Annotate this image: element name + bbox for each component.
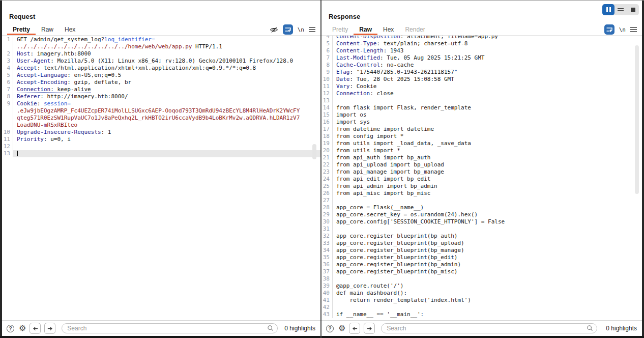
code-line: 33app_core.register_blueprint(bp_upload) bbox=[321, 240, 642, 247]
code-line: 24from api_edit import bp_edit bbox=[321, 176, 642, 183]
code-line[interactable]: 7Connection: keep-alive bbox=[2, 86, 320, 93]
code-line[interactable]: 2Host: imagery.htb:8000 bbox=[2, 50, 320, 58]
rows-layout-button[interactable] bbox=[614, 4, 627, 15]
code-line[interactable]: 6Accept-Encoding: gzip, deflate, br bbox=[2, 79, 320, 86]
stop-button[interactable] bbox=[627, 4, 639, 15]
code-text[interactable]: qteg571R0EzSW1RupVaUC7o1Jv8aPeQxhq2L_rkH… bbox=[13, 115, 320, 122]
line-number: 3 bbox=[2, 58, 13, 65]
editor-menu-icon[interactable] bbox=[309, 26, 315, 33]
tab-pretty[interactable]: Pretty bbox=[7, 24, 36, 35]
code-text[interactable]: Accept-Encoding: gzip, deflate, br bbox=[13, 79, 320, 86]
code-line[interactable]: 4Accept: text/html,application/xhtml+xml… bbox=[2, 65, 320, 72]
code-line: 42 bbox=[321, 304, 642, 311]
code-line[interactable]: 13 bbox=[2, 150, 320, 157]
tab-hex[interactable]: Hex bbox=[377, 24, 399, 35]
code-text[interactable]: Host: imagery.htb:8000 bbox=[13, 50, 320, 58]
help-icon[interactable]: ? bbox=[7, 325, 14, 332]
code-text[interactable]: Connection: keep-alive bbox=[13, 86, 320, 93]
code-line[interactable]: 8Referer: http://imagery.htb:8000/ bbox=[2, 93, 320, 100]
line-number bbox=[2, 43, 13, 50]
search-settings-gear-icon[interactable]: ⚙ bbox=[19, 324, 26, 332]
code-line[interactable]: 1GET /admin/get_system_log?log_identifie… bbox=[2, 36, 320, 43]
code-line: 28app_core = Flask(__name__) bbox=[321, 204, 642, 211]
next-match-button[interactable] bbox=[44, 323, 55, 334]
show-newlines-icon[interactable]: \n bbox=[619, 26, 626, 33]
help-icon[interactable]: ? bbox=[326, 325, 334, 332]
line-number: 16 bbox=[321, 119, 333, 126]
code-text[interactable]: Accept: text/html,application/xhtml+xml,… bbox=[13, 65, 320, 72]
request-search-input[interactable] bbox=[62, 323, 278, 333]
next-match-button[interactable] bbox=[364, 323, 375, 334]
line-number: 7 bbox=[2, 86, 13, 93]
code-text[interactable]: User-Agent: Mozilla/5.0 (X11; Linux x86_… bbox=[13, 58, 320, 65]
line-number: 23 bbox=[321, 168, 333, 176]
search-settings-gear-icon[interactable]: ⚙ bbox=[338, 324, 345, 332]
line-number: 37 bbox=[321, 268, 333, 275]
line-number: 43 bbox=[321, 311, 333, 318]
line-number: 11 bbox=[321, 83, 333, 90]
code-line[interactable]: .eJw9jbEOgzAMRP_Fc4UEZcpER74iMolLLSUGxc6… bbox=[2, 107, 320, 115]
request-editor[interactable]: 1GET /admin/get_system_log?log_identifie… bbox=[2, 36, 320, 321]
code-text[interactable]: GET /admin/get_system_log?log_identifier… bbox=[13, 36, 320, 43]
show-newlines-icon[interactable]: \n bbox=[298, 26, 304, 33]
code-line[interactable]: 9Cookie: session= bbox=[2, 100, 320, 107]
code-text: app_core.config['SESSION_COOKIE_HTTPONLY… bbox=[333, 218, 642, 226]
editor-menu-icon[interactable] bbox=[630, 26, 637, 33]
code-text: from api_edit import bp_edit bbox=[333, 176, 642, 183]
code-line[interactable]: 12 bbox=[2, 143, 320, 150]
code-text[interactable]: LoadDNU-mRSxRBIteo bbox=[13, 122, 320, 129]
tab-raw[interactable]: Raw bbox=[36, 24, 59, 35]
request-scrollbar-thumb[interactable] bbox=[312, 144, 316, 159]
code-text[interactable]: Accept-Language: en-US,en;q=0.5 bbox=[13, 72, 320, 79]
response-editor-icons: \n bbox=[604, 24, 637, 35]
code-line: 30app_core.config['SESSION_COOKIE_HTTPON… bbox=[321, 218, 642, 226]
code-text: import sys bbox=[333, 119, 642, 126]
code-text[interactable]: Referer: http://imagery.htb:8000/ bbox=[13, 93, 320, 100]
response-editor[interactable]: 4Content-Disposition: attachment; filena… bbox=[321, 36, 642, 321]
code-text[interactable]: Priority: u=0, i bbox=[13, 136, 320, 143]
code-line[interactable]: 11Priority: u=0, i bbox=[2, 136, 320, 143]
code-line: 14from flask import Flask, render_templa… bbox=[321, 104, 642, 111]
hide-eye-slash-icon[interactable] bbox=[270, 25, 278, 34]
line-number: 6 bbox=[321, 47, 333, 54]
code-text[interactable] bbox=[13, 143, 320, 150]
code-text bbox=[333, 197, 642, 204]
line-number: 19 bbox=[321, 140, 333, 147]
code-text[interactable]: Cookie: session= bbox=[13, 100, 320, 107]
code-text: from api_auth import bp_auth bbox=[333, 154, 642, 161]
tab-raw[interactable]: Raw bbox=[354, 24, 377, 35]
code-line[interactable]: 5Accept-Language: en-US,en;q=0.5 bbox=[2, 72, 320, 79]
response-tabbar: PrettyRawHexRender \n bbox=[321, 24, 642, 36]
code-line[interactable]: LoadDNU-mRSxRBIteo bbox=[2, 122, 320, 129]
code-text[interactable]: .eJw9jbEOgzAMRP_Fc4UEZcpER74iMolLLSUGxc6… bbox=[13, 107, 320, 115]
line-number: 40 bbox=[321, 290, 333, 297]
code-text[interactable] bbox=[13, 150, 320, 157]
response-search-input[interactable] bbox=[381, 323, 597, 333]
previous-match-button[interactable] bbox=[30, 323, 41, 334]
code-text[interactable]: ../../../../../../../../../../../home/we… bbox=[13, 43, 320, 50]
tab-pretty: Pretty bbox=[327, 24, 354, 35]
code-text[interactable]: Upgrade-Insecure-Requests: 1 bbox=[13, 129, 320, 136]
line-number: 20 bbox=[321, 147, 333, 154]
layout-controls bbox=[602, 4, 639, 15]
code-line: 13 bbox=[321, 97, 642, 104]
code-text: Cache-Control: no-cache bbox=[333, 62, 642, 69]
word-wrap-toggle-button[interactable] bbox=[604, 24, 614, 35]
code-line[interactable]: qteg571R0EzSW1RupVaUC7o1Jv8aPeQxhq2L_rkH… bbox=[2, 115, 320, 122]
code-text: return render_template('index.html') bbox=[333, 297, 642, 304]
code-line[interactable]: 3User-Agent: Mozilla/5.0 (X11; Linux x86… bbox=[2, 58, 320, 65]
search-icon bbox=[267, 324, 274, 334]
response-scrollbar-thumb[interactable] bbox=[635, 45, 639, 194]
word-wrap-toggle-button[interactable] bbox=[283, 24, 293, 35]
code-line[interactable]: ../../../../../../../../../../../home/we… bbox=[2, 43, 320, 50]
response-panel: Response PrettyRawHexRender \n bbox=[321, 1, 642, 336]
code-line[interactable]: 10Upgrade-Insecure-Requests: 1 bbox=[2, 129, 320, 136]
line-number: 13 bbox=[321, 97, 333, 104]
tab-hex[interactable]: Hex bbox=[59, 24, 81, 35]
response-search-bar: ? ⚙ 0 highlights bbox=[321, 320, 642, 336]
pause-button[interactable] bbox=[602, 4, 614, 15]
code-text bbox=[333, 304, 642, 311]
previous-match-button[interactable] bbox=[349, 323, 360, 334]
line-number: 29 bbox=[321, 211, 333, 218]
line-number: 31 bbox=[321, 226, 333, 233]
